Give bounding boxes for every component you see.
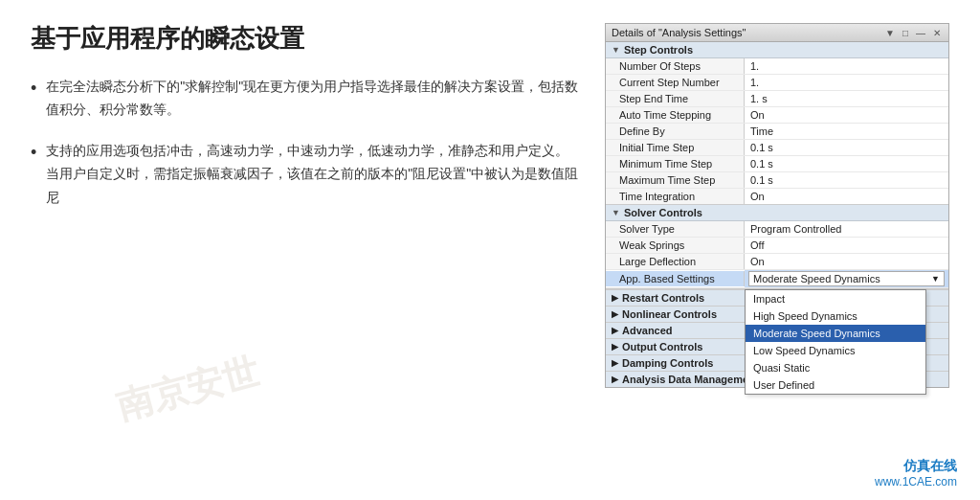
footer-watermark: 仿真在线 www.1CAE.com (875, 458, 957, 489)
analysis-data-label: Analysis Data Management (622, 374, 758, 385)
restart-toggle-icon: ▶ (612, 293, 618, 303)
prop-row-current-step: Current Step Number 1. (606, 75, 948, 91)
details-body: ▼ Step Controls Number Of Steps 1. Curre… (606, 42, 948, 387)
bullet-item-2: • 支持的应用选项包括冲击，高速动力学，中速动力学，低速动力学，准静态和用户定义… (31, 139, 582, 210)
dropdown-arrow-icon: ▼ (931, 274, 940, 284)
prop-row-time-integration: Time Integration On (606, 189, 948, 204)
solver-controls-toggle[interactable]: ▼ (612, 208, 620, 217)
analysis-data-toggle-icon: ▶ (612, 375, 618, 384)
prop-name-min-step: Minimum Time Step (606, 156, 745, 171)
details-panel-title: Details of "Analysis Settings" (612, 27, 746, 38)
prop-value-initial-step[interactable]: 0.1 s (745, 140, 948, 155)
bullet-dot-2: • (31, 139, 36, 167)
step-controls-section: ▼ Step Controls Number Of Steps 1. Curre… (606, 42, 948, 205)
app-based-settings-row: App. Based Settings Moderate Speed Dynam… (606, 270, 948, 288)
prop-row-max-step: Maximum Time Step 0.1 s (606, 172, 948, 189)
prop-value-max-step[interactable]: 0.1 s (745, 172, 948, 188)
titlebar-icons[interactable]: ▼ □ — ✕ (883, 28, 943, 38)
prop-value-step-end-time[interactable]: 1. s (745, 91, 948, 106)
advanced-toggle-icon: ▶ (612, 326, 618, 335)
prop-row-large-deflection: Large Deflection On (606, 254, 948, 270)
prop-row-initial-step: Initial Time Step 0.1 s (606, 140, 948, 156)
prop-name-auto-time: Auto Time Stepping (606, 107, 745, 123)
dropdown-option-high-speed[interactable]: High Speed Dynamics (746, 307, 925, 325)
prop-value-large-deflection[interactable]: On (745, 254, 948, 269)
watermark: 南京安世 (111, 347, 264, 432)
prop-name-app-based: App. Based Settings (606, 271, 745, 286)
details-panel: Details of "Analysis Settings" ▼ □ — ✕ ▼… (605, 23, 949, 388)
prop-value-auto-time[interactable]: On (745, 107, 948, 123)
solver-controls-label: Solver Controls (624, 207, 702, 218)
prop-row-step-end-time: Step End Time 1. s (606, 91, 948, 107)
app-based-value: Moderate Speed Dynamics (753, 273, 880, 284)
prop-name-initial-step: Initial Time Step (606, 140, 745, 155)
prop-value-solver-type[interactable]: Program Controlled (745, 221, 948, 237)
app-based-dropdown-popup[interactable]: Impact High Speed Dynamics Moderate Spee… (745, 289, 926, 395)
pin-icon[interactable]: ▼ (883, 28, 897, 38)
prop-value-weak-springs[interactable]: Off (745, 238, 948, 253)
nonlinear-controls-label: Nonlinear Controls (622, 308, 717, 320)
bullet-dot-1: • (31, 75, 36, 102)
prop-name-define-by: Define By (606, 124, 745, 139)
damping-toggle-icon: ▶ (612, 358, 618, 368)
prop-row-min-step: Minimum Time Step 0.1 s (606, 156, 948, 172)
prop-name-solver-type: Solver Type (606, 221, 745, 237)
nonlinear-toggle-icon: ▶ (612, 309, 618, 319)
advanced-label: Advanced (622, 325, 673, 336)
prop-name-current-step: Current Step Number (606, 75, 745, 90)
details-titlebar: Details of "Analysis Settings" ▼ □ — ✕ (606, 24, 948, 42)
prop-name-step-end-time: Step End Time (606, 91, 745, 106)
dropdown-option-impact[interactable]: Impact (746, 290, 925, 307)
prop-name-max-step: Maximum Time Step (606, 172, 745, 188)
close-icon[interactable]: ✕ (931, 28, 943, 38)
solver-controls-header[interactable]: ▼ Solver Controls (606, 205, 948, 221)
damping-controls-label: Damping Controls (622, 357, 713, 369)
prop-value-min-step[interactable]: 0.1 s (745, 156, 948, 171)
bullet-section: • 在完全法瞬态分析下的"求解控制"现在更方便为用户指导选择最佳的解决方案设置，… (31, 75, 582, 210)
prop-value-time-integration[interactable]: On (745, 189, 948, 204)
footer-text-line1: 仿真在线 (875, 458, 957, 475)
prop-name-number-of-steps: Number Of Steps (606, 58, 745, 74)
page-title: 基于应用程序的瞬态设置 (31, 23, 582, 56)
minimize-icon[interactable]: — (914, 28, 927, 38)
output-controls-label: Output Controls (622, 341, 702, 352)
app-based-select[interactable]: Moderate Speed Dynamics ▼ (748, 271, 945, 286)
float-icon[interactable]: □ (901, 28, 910, 38)
prop-value-define-by[interactable]: Time (745, 124, 948, 139)
prop-name-time-integration: Time Integration (606, 189, 745, 204)
bullet-item-1: • 在完全法瞬态分析下的"求解控制"现在更方便为用户指导选择最佳的解决方案设置，… (31, 75, 582, 122)
bullet-text-2: 支持的应用选项包括冲击，高速动力学，中速动力学，低速动力学，准静态和用户定义。当… (46, 139, 582, 210)
dropdown-option-user-defined[interactable]: User Defined (746, 376, 925, 394)
bullet-text-1: 在完全法瞬态分析下的"求解控制"现在更方便为用户指导选择最佳的解决方案设置，包括… (46, 75, 582, 122)
prop-row-number-of-steps: Number Of Steps 1. (606, 58, 948, 75)
prop-row-define-by: Define By Time (606, 124, 948, 140)
step-controls-label: Step Controls (624, 44, 693, 56)
prop-name-large-deflection: Large Deflection (606, 254, 745, 269)
dropdown-option-moderate-speed[interactable]: Moderate Speed Dynamics (746, 325, 925, 342)
step-controls-header[interactable]: ▼ Step Controls (606, 42, 948, 58)
prop-value-current-step[interactable]: 1. (745, 75, 948, 90)
footer-text-line2: www.1CAE.com (875, 475, 957, 489)
dropdown-option-quasi-static[interactable]: Quasi Static (746, 359, 925, 376)
step-controls-toggle[interactable]: ▼ (612, 45, 620, 55)
prop-row-weak-springs: Weak Springs Off (606, 238, 948, 254)
restart-controls-label: Restart Controls (622, 292, 704, 304)
output-toggle-icon: ▶ (612, 342, 618, 352)
dropdown-option-low-speed[interactable]: Low Speed Dynamics (746, 342, 925, 359)
left-panel: 基于应用程序的瞬态设置 • 在完全法瞬态分析下的"求解控制"现在更方便为用户指导… (31, 23, 582, 485)
prop-name-weak-springs: Weak Springs (606, 238, 745, 253)
prop-row-solver-type: Solver Type Program Controlled (606, 221, 948, 238)
right-panel: Details of "Analysis Settings" ▼ □ — ✕ ▼… (605, 23, 949, 485)
prop-row-auto-time: Auto Time Stepping On (606, 107, 948, 124)
app-based-dropdown-cell[interactable]: Moderate Speed Dynamics ▼ (745, 270, 948, 287)
solver-controls-section: ▼ Solver Controls Solver Type Program Co… (606, 205, 948, 289)
prop-value-number-of-steps[interactable]: 1. (745, 58, 948, 74)
